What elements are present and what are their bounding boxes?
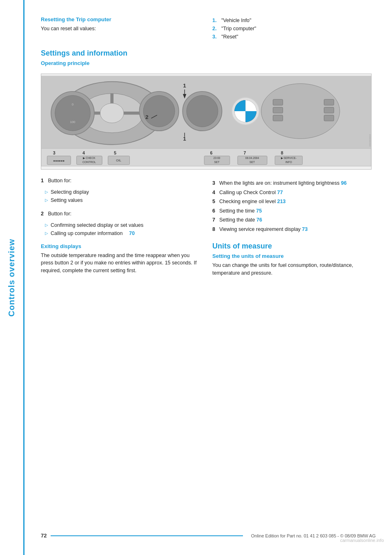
- svg-text:▶ CHECK: ▶ CHECK: [83, 157, 96, 159]
- button2-section: 2 Button for: Confirming selected displa…: [41, 210, 200, 237]
- btn2-sub2: Calling up computer information 70: [45, 229, 200, 237]
- resetting-body: You can reset all values:: [41, 25, 200, 33]
- sidebar-label: Controls overview: [7, 239, 16, 316]
- svg-rect-20: [273, 115, 283, 121]
- bottom-left: 1 Button for: Selecting display Setting …: [41, 177, 200, 283]
- svg-text:3: 3: [53, 150, 56, 155]
- svg-text:7: 7: [243, 150, 246, 155]
- svg-text:xxxxxxxxx: xxxxxxxxx: [369, 134, 371, 147]
- resetting-heading: Resetting the Trip computer: [41, 16, 200, 22]
- main-content: Resetting the Trip computer You can rese…: [24, 0, 392, 555]
- watermark: carmanualsonline.info: [340, 538, 384, 543]
- svg-point-14: [187, 95, 218, 127]
- btn2-list: Confirming selected display or set value…: [45, 221, 200, 237]
- svg-rect-22: [324, 107, 334, 113]
- svg-text:0: 0: [72, 103, 74, 106]
- page-footer: 72 Online Edition for Part no. 01 41 2 6…: [24, 533, 392, 539]
- svg-text:08.04.2004: 08.04.2004: [245, 157, 259, 159]
- svg-rect-18: [273, 99, 283, 105]
- svg-text:OIL: OIL: [116, 159, 121, 162]
- settings-section: Settings and information Operating princ…: [41, 49, 372, 66]
- sidebar: Controls overview: [0, 0, 24, 555]
- svg-text:1: 1: [183, 83, 186, 89]
- svg-text:5: 5: [114, 150, 116, 155]
- footer-text: Online Edition for Part no. 01 41 2 603 …: [251, 533, 376, 538]
- list-item-1: 1. "Vehicle Info": [212, 16, 372, 25]
- svg-rect-19: [273, 107, 283, 113]
- svg-text:SET: SET: [249, 161, 255, 163]
- btn1-sub1: Selecting display: [45, 188, 200, 196]
- units-body: You can change the units for fuel consum…: [212, 262, 372, 277]
- svg-point-8: [55, 95, 91, 131]
- svg-text:2: 2: [145, 114, 148, 120]
- svg-text:6: 6: [210, 150, 213, 155]
- svg-text:▶ SERVICE-: ▶ SERVICE-: [281, 157, 296, 159]
- btn1-sub2: Setting values: [45, 196, 200, 204]
- svg-rect-23: [324, 115, 334, 121]
- svg-text:23:00: 23:00: [214, 157, 220, 159]
- btn7-item: 7 Setting the date 76: [212, 215, 372, 225]
- units-sub-heading: Setting the units of measure: [212, 253, 372, 259]
- bottom-right: 3 When the lights are on: instrument lig…: [212, 177, 372, 283]
- btn5-item: 5 Checking engine oil level 213: [212, 197, 372, 206]
- svg-text:SET: SET: [214, 161, 219, 163]
- resetting-section: Resetting the Trip computer You can rese…: [41, 16, 372, 41]
- btn3-item: 3 When the lights are on: instrument lig…: [212, 179, 372, 188]
- diagram-svg: 0 100: [41, 74, 371, 168]
- svg-text:●●●●●●: ●●●●●●: [53, 159, 65, 163]
- resetting-list: 1. "Vehicle Info" 2. "Trip computer" 3. …: [212, 16, 372, 41]
- btn1-desc: 1 Button for:: [41, 177, 200, 185]
- exiting-heading: Exiting displays: [41, 243, 200, 249]
- btn6-item: 6 Setting the time 75: [212, 206, 372, 216]
- btn2-sub1: Confirming selected display or set value…: [45, 221, 200, 229]
- operating-heading: Operating principle: [41, 60, 372, 66]
- btn2-desc: 2 Button for:: [41, 210, 200, 218]
- list-item-2: 2. "Trip computer": [212, 25, 372, 33]
- exiting-body: The outside temperature reading and the …: [41, 252, 200, 275]
- svg-rect-21: [324, 99, 334, 105]
- btn1-list: Selecting display Setting values: [45, 188, 200, 204]
- page-number: 72: [41, 533, 47, 539]
- btn4-item: 4 Calling up Check Control 77: [212, 188, 372, 197]
- resetting-right: 1. "Vehicle Info" 2. "Trip computer" 3. …: [212, 16, 372, 41]
- svg-text:4: 4: [82, 150, 85, 155]
- footer-line: [51, 535, 243, 536]
- svg-point-3: [100, 103, 124, 123]
- right-list: 3 When the lights are on: instrument lig…: [212, 179, 372, 234]
- units-section: Units of measure Setting the units of me…: [212, 242, 372, 277]
- svg-text:8: 8: [281, 150, 283, 155]
- svg-text:CONTROL: CONTROL: [82, 161, 96, 163]
- btn8-item: 8 Viewing service requirement display 73: [212, 225, 372, 234]
- dashboard-diagram: 0 100: [41, 74, 372, 170]
- exiting-section: Exiting displays The outside temperature…: [41, 243, 200, 275]
- list-item-3: 3. "Reset": [212, 33, 372, 41]
- resetting-left: Resetting the Trip computer You can rese…: [41, 16, 200, 41]
- settings-heading: Settings and information: [41, 49, 372, 58]
- units-heading: Units of measure: [212, 242, 372, 251]
- svg-text:INFO: INFO: [285, 161, 292, 163]
- svg-text:100: 100: [70, 120, 76, 124]
- button1-section: 1 Button for: Selecting display Setting …: [41, 177, 200, 204]
- svg-point-12: [143, 95, 175, 127]
- bottom-description: 1 Button for: Selecting display Setting …: [41, 177, 372, 283]
